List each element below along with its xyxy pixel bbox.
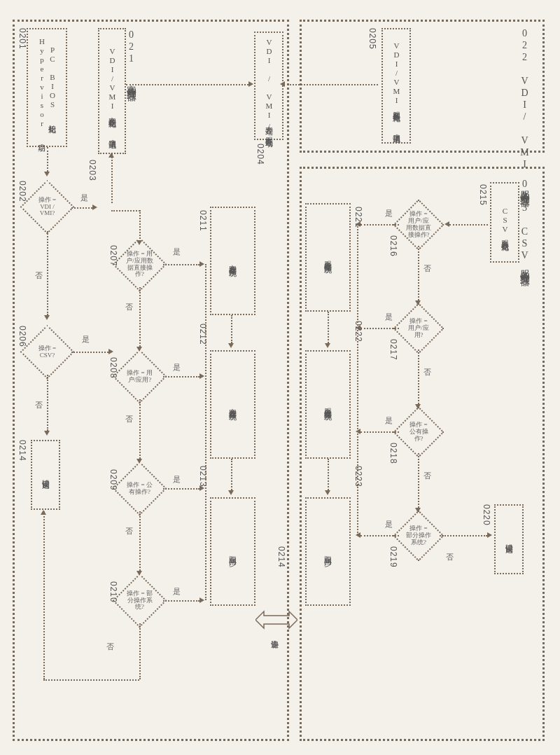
arrow bbox=[47, 147, 48, 172]
arrow bbox=[126, 84, 248, 85]
box-0213: 双向同步 bbox=[210, 497, 255, 606]
code-0223: 0223 bbox=[354, 466, 363, 487]
protocol-arrow bbox=[255, 609, 298, 630]
arrow bbox=[360, 431, 399, 433]
arrowhead bbox=[136, 240, 142, 245]
arrow bbox=[139, 511, 141, 571]
code-0215: 0215 bbox=[478, 184, 488, 206]
code-0204: 0204 bbox=[255, 144, 265, 165]
code-0219: 0219 bbox=[388, 546, 398, 568]
arrow bbox=[231, 315, 232, 343]
arrow bbox=[163, 376, 200, 378]
arrow bbox=[328, 312, 329, 343]
csv-title: 023 CSV服务端管理器 bbox=[518, 179, 531, 270]
code-0222: 0222 bbox=[354, 321, 363, 342]
box-0201: PC BIOS 初始化, Hypervisor 启动 bbox=[27, 28, 67, 147]
arrowhead bbox=[325, 343, 330, 348]
arrowhead bbox=[200, 261, 204, 267]
arrow bbox=[139, 623, 141, 679]
arrow bbox=[360, 328, 399, 329]
arrow bbox=[43, 511, 45, 679]
arrowhead bbox=[44, 172, 50, 176]
arrow bbox=[449, 224, 488, 226]
arrowhead bbox=[200, 597, 204, 603]
code-0214: 0214 bbox=[18, 440, 27, 462]
arrow bbox=[111, 154, 113, 203]
arrow bbox=[71, 352, 108, 353]
box-0222: 服务端缓存系统 bbox=[305, 350, 351, 459]
arrow bbox=[139, 210, 141, 242]
server-container bbox=[300, 20, 545, 153]
arrow bbox=[163, 488, 200, 490]
svg-marker-0 bbox=[255, 611, 298, 628]
box-0203: VDI/VMI客户端初始化, 启动通讯 bbox=[98, 28, 126, 154]
arrow bbox=[328, 459, 329, 490]
arrow bbox=[418, 349, 419, 404]
arrow bbox=[360, 535, 399, 536]
code-0205: 0205 bbox=[368, 28, 377, 50]
arrow bbox=[418, 246, 419, 300]
box-0211: 客户端存储系统 bbox=[210, 207, 255, 315]
server-title: 022 VDI/ VMI 服务端管理器 bbox=[518, 28, 531, 191]
arrowhead bbox=[44, 431, 50, 436]
code-0203: 0203 bbox=[88, 160, 97, 181]
box-0215: CSV服务器初始化 bbox=[490, 182, 519, 263]
arrowhead bbox=[108, 349, 113, 354]
arrow bbox=[205, 264, 206, 600]
arrowhead bbox=[280, 81, 285, 87]
arrowhead bbox=[487, 532, 492, 538]
box-0204: VDI / VMI客户端/服务端互动 bbox=[254, 32, 284, 140]
client-title: 021 客户端管理器 bbox=[125, 29, 137, 85]
code-0217: 0217 bbox=[388, 339, 398, 361]
arrow bbox=[139, 399, 141, 459]
arrowhead bbox=[108, 153, 114, 158]
arrowhead bbox=[248, 81, 253, 87]
arrowhead bbox=[44, 315, 50, 320]
code-0202: 0202 bbox=[18, 181, 27, 202]
arrow bbox=[139, 287, 141, 347]
box-0214: 错误返回 bbox=[31, 440, 60, 510]
arrow bbox=[111, 210, 140, 212]
arrowhead bbox=[228, 490, 234, 495]
box-0212: 客户端缓存系统 bbox=[210, 350, 255, 459]
code-0211: 0211 bbox=[198, 210, 208, 232]
arrow bbox=[418, 453, 419, 508]
arrow bbox=[231, 459, 232, 490]
arrowhead bbox=[444, 221, 449, 227]
arrow bbox=[47, 231, 48, 315]
arrowhead bbox=[92, 205, 97, 210]
arrowhead bbox=[200, 373, 204, 379]
arrow bbox=[284, 84, 378, 85]
code-0221: 0221 bbox=[354, 207, 363, 228]
arrow bbox=[360, 224, 399, 226]
code-0220: 0220 bbox=[482, 504, 491, 526]
arrowhead bbox=[228, 343, 234, 348]
arrow bbox=[71, 207, 92, 209]
arrow bbox=[47, 375, 48, 431]
code-0206: 0206 bbox=[18, 326, 27, 347]
box-0205: VDI/VMI初服务器始化, 启动通讯 bbox=[382, 28, 411, 144]
code-0201: 0201 bbox=[18, 28, 27, 50]
page: 021 客户端管理器 022 VDI/ VMI 服务端管理器 023 CSV服务… bbox=[0, 0, 560, 755]
arrow bbox=[440, 535, 487, 536]
box-0220: 错误返回 bbox=[494, 504, 524, 574]
arrow bbox=[163, 600, 200, 602]
code-0214b: 0214 bbox=[276, 546, 286, 568]
arrowhead bbox=[325, 490, 330, 495]
code-0218: 0218 bbox=[388, 443, 398, 464]
box-0221: 服务端存储系统 bbox=[305, 203, 351, 312]
arrow bbox=[163, 264, 200, 265]
code-0216: 0216 bbox=[388, 235, 398, 257]
arrow bbox=[357, 224, 358, 535]
arrow bbox=[43, 679, 139, 681]
arrowhead bbox=[41, 510, 46, 515]
box-0223: 双向同步 bbox=[305, 497, 351, 606]
